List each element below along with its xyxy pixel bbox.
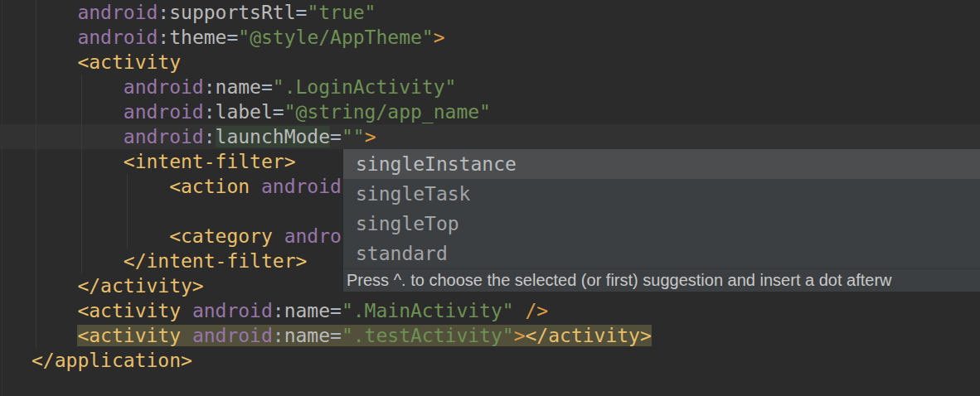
autocomplete-hint: Press ^. to choose the selected (or firs… xyxy=(343,268,980,292)
code-token xyxy=(32,27,77,48)
code-token: : xyxy=(204,101,216,123)
code-token: <category xyxy=(169,225,273,247)
code-token: <action xyxy=(169,176,250,197)
code-line[interactable]: android:name=".LoginActivity" xyxy=(32,75,980,99)
code-token: supportsRtl xyxy=(169,2,295,23)
code-token: : xyxy=(273,300,284,321)
code-token: : xyxy=(158,27,169,48)
code-token: = xyxy=(330,300,342,321)
code-token: ".LoginActivity" xyxy=(273,76,457,98)
code-token xyxy=(181,300,192,321)
code-line[interactable]: </application> xyxy=(32,348,980,373)
editor-surface[interactable]: android:supportsRtl="true" android:theme… xyxy=(0,0,980,396)
code-token xyxy=(32,76,124,98)
code-token: android xyxy=(77,27,158,48)
code-token: <activity xyxy=(77,300,181,321)
code-token xyxy=(514,300,526,321)
code-token xyxy=(32,275,77,297)
code-token xyxy=(32,250,124,272)
code-token xyxy=(32,126,124,147)
code-token: android xyxy=(77,2,158,23)
autocomplete-item-list: singleInstancesingleTasksingleTopstandar… xyxy=(343,149,980,268)
code-token: android xyxy=(124,101,204,123)
code-token: theme xyxy=(169,27,226,48)
code-token: android xyxy=(124,126,204,147)
code-token: </activity> xyxy=(77,275,203,297)
code-token: name xyxy=(284,300,330,321)
code-token xyxy=(32,225,169,247)
code-token: = xyxy=(273,101,284,123)
code-line[interactable]: android:supportsRtl="true" xyxy=(32,0,980,25)
code-editor-window: android:supportsRtl="true" android:theme… xyxy=(0,0,980,396)
code-line[interactable]: <activity android:name=".testActivity"><… xyxy=(32,323,980,348)
code-token: </intent-filter> xyxy=(124,250,308,272)
code-token: launchMode xyxy=(216,126,330,147)
code-token: android xyxy=(192,300,273,321)
completion-item[interactable]: standard xyxy=(343,239,980,268)
code-token: </activity> xyxy=(526,325,652,346)
code-token: = xyxy=(296,2,308,23)
code-token xyxy=(273,225,284,247)
code-token: name xyxy=(284,325,330,346)
code-token xyxy=(250,176,261,197)
code-token: "" xyxy=(342,126,365,147)
code-token: "@style/AppTheme" xyxy=(238,27,433,48)
code-token: = xyxy=(261,76,273,98)
code-token: <intent-filter> xyxy=(124,151,296,172)
code-token: = xyxy=(330,325,342,346)
code-token: > xyxy=(365,126,376,147)
completion-item-selected[interactable]: singleInstance xyxy=(343,149,980,179)
code-token: label xyxy=(216,101,273,123)
code-token xyxy=(32,51,77,73)
code-token: </application> xyxy=(32,350,192,371)
code-token: : xyxy=(158,2,169,23)
code-token: = xyxy=(330,126,342,147)
code-token: andro xyxy=(284,225,342,247)
code-token: : xyxy=(273,325,284,346)
code-token: "true" xyxy=(307,2,376,23)
code-token xyxy=(32,300,77,321)
code-token xyxy=(32,151,124,172)
code-token xyxy=(32,101,124,123)
code-line[interactable]: android:launchMode=""> xyxy=(32,124,980,149)
code-line[interactable]: <activity android:name=".MainActivity" /… xyxy=(32,298,980,323)
code-token: <activity xyxy=(77,325,181,346)
code-token: <activity xyxy=(77,51,181,73)
code-token xyxy=(32,2,77,23)
code-token: : xyxy=(204,126,216,147)
completion-item[interactable]: singleTop xyxy=(343,209,980,239)
code-token: /> xyxy=(526,300,549,321)
code-token: android xyxy=(192,325,273,346)
code-token: android xyxy=(124,76,204,98)
code-token: ".testActivity" xyxy=(342,325,514,346)
code-token: > xyxy=(434,27,445,48)
code-token xyxy=(32,325,77,346)
code-token xyxy=(181,325,192,346)
completion-item[interactable]: singleTask xyxy=(343,179,980,209)
code-line[interactable]: <activity xyxy=(32,50,980,75)
code-line[interactable]: android:theme="@style/AppTheme"> xyxy=(32,25,980,50)
code-token: : xyxy=(204,76,216,98)
code-line[interactable]: android:label="@string/app_name" xyxy=(32,99,980,124)
autocomplete-popup[interactable]: singleInstancesingleTasksingleTopstandar… xyxy=(342,149,980,292)
code-token: name xyxy=(216,76,261,98)
code-token: > xyxy=(514,325,526,346)
code-token: = xyxy=(226,27,238,48)
code-token: "@string/app_name" xyxy=(284,101,491,123)
code-token: android xyxy=(261,176,342,197)
code-token xyxy=(32,176,169,197)
code-token: ".MainActivity" xyxy=(342,300,514,321)
